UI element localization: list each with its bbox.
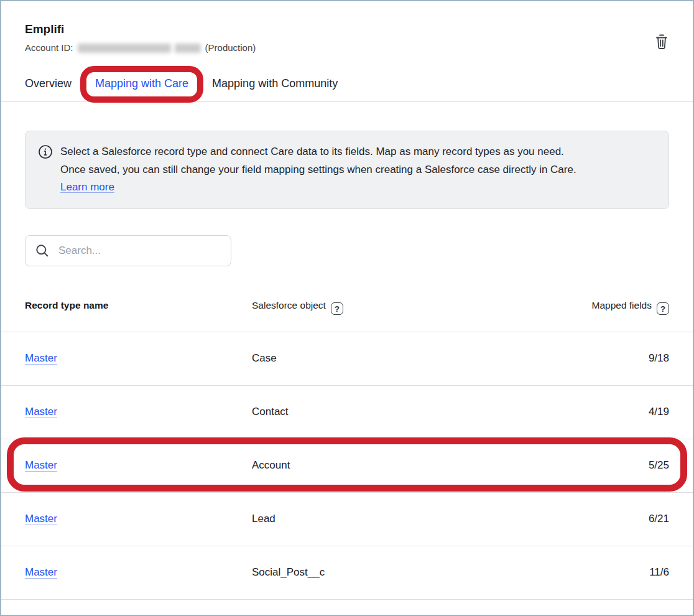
tab-mapping-with-care-wrap: Mapping with Care — [95, 76, 188, 91]
search-icon — [35, 244, 49, 258]
table-row-highlighted[interactable]: Master Account 5/25 — [1, 439, 693, 493]
table-row[interactable]: Master Social_Post__c 11/6 — [1, 546, 693, 600]
record-type-link[interactable]: Master — [25, 459, 252, 472]
record-type-link[interactable]: Master — [25, 513, 252, 525]
trash-icon — [654, 33, 672, 50]
account-id-label: Account ID: — [25, 42, 73, 54]
table-header-row: Record type name Salesforce object? Mapp… — [1, 289, 693, 332]
account-id-line: Account ID: (Production) — [25, 42, 669, 54]
tab-mapping-with-care[interactable]: Mapping with Care — [95, 77, 188, 90]
help-icon-salesforce-object[interactable]: ? — [331, 302, 343, 315]
mapped-fields-value: 9/18 — [649, 352, 669, 365]
info-icon — [39, 145, 52, 197]
search-box[interactable] — [25, 235, 231, 266]
column-header-salesforce-object: Salesforce object? — [252, 300, 591, 315]
tab-mapping-with-community[interactable]: Mapping with Community — [212, 76, 338, 91]
record-type-link[interactable]: Master — [25, 352, 252, 365]
mapped-fields-value: 4/19 — [649, 406, 669, 418]
learn-more-link[interactable]: Learn more — [60, 181, 114, 193]
record-type-link[interactable]: Master — [25, 566, 252, 579]
record-type-table: Master Case 9/18 Master Contact 4/19 Mas… — [1, 332, 693, 600]
table-row[interactable]: Master Case 9/18 — [1, 332, 693, 386]
account-id-redacted-value-2 — [175, 44, 201, 53]
delete-integration-button[interactable] — [654, 32, 672, 51]
environment-label: (Production) — [205, 42, 256, 54]
salesforce-object-value: Contact — [252, 406, 649, 418]
info-banner-text: Select a Salesforce record type and conn… — [60, 143, 590, 197]
info-banner: Select a Salesforce record type and conn… — [25, 131, 669, 209]
mapped-fields-value: 5/25 — [649, 459, 669, 472]
salesforce-object-value: Lead — [252, 513, 649, 525]
mapped-fields-value: 11/6 — [649, 566, 669, 579]
salesforce-object-value: Case — [252, 352, 649, 365]
table-row[interactable]: Master Contact 4/19 — [1, 386, 693, 439]
integration-settings-panel: Emplifi Account ID: (Production) Overvie… — [0, 0, 694, 616]
record-type-link[interactable]: Master — [25, 406, 252, 418]
page-title: Emplifi — [25, 22, 669, 36]
salesforce-object-value: Social_Post__c — [252, 566, 649, 579]
salesforce-object-value: Account — [252, 459, 649, 472]
tab-overview[interactable]: Overview — [25, 76, 72, 91]
panel-header: Emplifi Account ID: (Production) — [1, 1, 693, 54]
account-id-redacted-value — [78, 44, 171, 53]
tab-bar: Overview Mapping with Care Mapping with … — [1, 76, 693, 102]
column-header-mapped-fields: Mapped fields? — [591, 300, 669, 315]
mapped-fields-value: 6/21 — [649, 513, 669, 525]
table-row[interactable]: Master Lead 6/21 — [1, 493, 693, 546]
search-input[interactable] — [57, 244, 221, 258]
column-header-record-type: Record type name — [25, 300, 252, 311]
help-icon-mapped-fields[interactable]: ? — [657, 302, 669, 315]
